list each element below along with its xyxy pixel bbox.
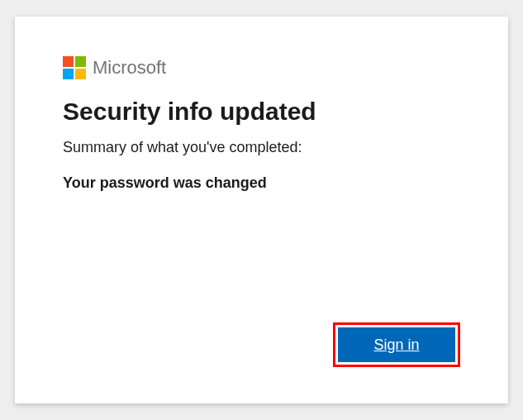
brand-name: Microsoft bbox=[93, 57, 166, 79]
action-row: Sign in bbox=[333, 322, 460, 367]
dialog-card: Microsoft Security info updated Summary … bbox=[15, 17, 508, 403]
sign-in-button-label: Sign in bbox=[373, 336, 419, 354]
page-subheading: Summary of what you've completed: bbox=[63, 139, 460, 156]
highlight-annotation: Sign in bbox=[333, 322, 460, 367]
page-title: Security info updated bbox=[63, 98, 460, 126]
microsoft-logo-icon bbox=[63, 56, 86, 79]
brand-row: Microsoft bbox=[63, 56, 460, 79]
sign-in-button[interactable]: Sign in bbox=[338, 327, 455, 362]
status-message: Your password was changed bbox=[63, 174, 460, 192]
